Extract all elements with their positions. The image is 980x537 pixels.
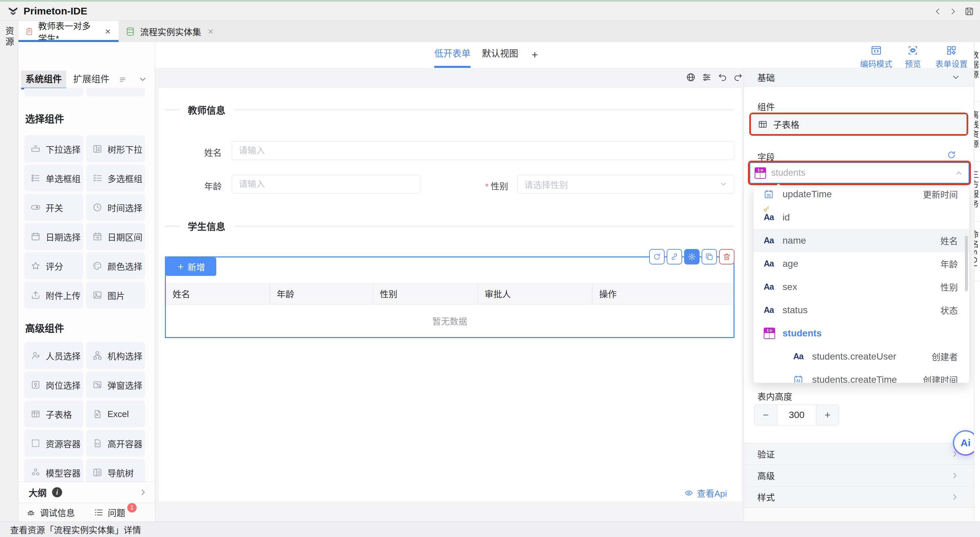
- field-option-status[interactable]: Aa status 状态: [754, 298, 969, 322]
- field-option-id[interactable]: Aa id: [754, 206, 969, 229]
- palette-item-tree-select[interactable]: 树形下拉: [86, 135, 145, 162]
- palette-item-excel[interactable]: Excel: [86, 401, 145, 427]
- form-settings-button[interactable]: 表单设置: [930, 45, 973, 69]
- palette-item-procode-container[interactable]: 高开容器: [86, 430, 145, 457]
- stepper-minus-button[interactable]: −: [755, 405, 777, 425]
- palette-item-resource-container[interactable]: 资源容器: [24, 430, 83, 457]
- field-option-sex[interactable]: Aa sex 性别: [754, 275, 969, 298]
- palette-item-attachment-upload[interactable]: 附件上传: [24, 282, 83, 309]
- history-back-button[interactable]: [933, 7, 942, 16]
- file-tab-teacher-form[interactable]: 教师表一对多学生* ×: [19, 21, 119, 42]
- dock-tab-offline-resource[interactable]: 离线资源: [974, 102, 980, 162]
- dropdown-scrollbar[interactable]: [965, 236, 968, 292]
- refresh-fields-icon[interactable]: [947, 150, 956, 160]
- outline-row[interactable]: 大纲 i: [19, 481, 155, 503]
- palette-item-subtable[interactable]: 子表格: [24, 401, 83, 427]
- nav-tree-icon: [92, 467, 102, 478]
- palette-item-color-picker[interactable]: 颜色选择: [86, 252, 145, 279]
- field-option-name[interactable]: Aa name 姓名: [754, 229, 969, 252]
- debug-info-button[interactable]: 调试信息: [26, 506, 75, 518]
- palette-item-rating[interactable]: 评分: [24, 252, 83, 279]
- resource-rail[interactable]: 资源: [0, 21, 19, 521]
- palette-item-time-picker[interactable]: 时间选择: [86, 194, 145, 221]
- field-select[interactable]: students: [749, 162, 969, 183]
- view-api-link[interactable]: 查看Api: [684, 487, 727, 499]
- problems-button[interactable]: 问题 1: [94, 506, 139, 518]
- subtable-icon: [30, 409, 41, 419]
- model-container-icon: [30, 467, 41, 478]
- subtable-bind-button[interactable]: [667, 249, 682, 265]
- field-option-updateTime[interactable]: updateTime 更新时间: [754, 187, 969, 206]
- history-forward-button[interactable]: [948, 7, 958, 16]
- view-tab-lowcode-form[interactable]: 低开表单: [434, 42, 471, 68]
- palette-item-checkbox-group[interactable]: 多选框组: [86, 165, 145, 191]
- component-value-field[interactable]: 子表格: [751, 114, 967, 134]
- palette-item-number-range[interactable]: 数字区间: [24, 88, 83, 96]
- redo-icon[interactable]: [733, 72, 743, 82]
- subtable-component-selected[interactable]: 新增 姓名 年龄 性别 审批人 操作 暂无数据: [165, 257, 735, 338]
- dock-tab-datasource[interactable]: 数据源: [974, 42, 980, 102]
- field-option-students-createTime[interactable]: students.createTime 创建时间: [754, 368, 969, 383]
- age-input[interactable]: [232, 175, 420, 194]
- palette-item-radio-group[interactable]: 单选框组: [24, 165, 83, 191]
- palette-item-position-select[interactable]: 岗位选择: [24, 371, 83, 398]
- palette-item-dropdown-select[interactable]: 下拉选择: [24, 135, 83, 162]
- text-field-icon: Aa: [793, 352, 803, 361]
- chevron-right-icon[interactable]: [139, 488, 148, 497]
- save-button[interactable]: [964, 6, 975, 17]
- file-tab-label: 流程实例实体集: [140, 25, 201, 38]
- text-field-icon: Aa: [764, 282, 774, 292]
- field-option-age[interactable]: Aa age 年龄: [754, 252, 969, 275]
- inspector-section-style[interactable]: 样式: [744, 486, 974, 507]
- form-settings-icon: [946, 45, 957, 56]
- palette-item-date-picker[interactable]: 日期选择: [24, 223, 83, 250]
- add-row-button[interactable]: 新增: [165, 257, 216, 276]
- subtable-sync-button[interactable]: [649, 249, 665, 265]
- resource-rail-label: 资源: [3, 26, 16, 48]
- sex-select[interactable]: 请选择性别: [517, 175, 734, 194]
- sex-select-placeholder: 请选择性别: [524, 178, 568, 191]
- i18n-globe-icon[interactable]: [686, 72, 696, 82]
- app-title: Primeton-IDE: [24, 5, 88, 17]
- view-tab-default-view[interactable]: 默认视图: [482, 42, 518, 68]
- tab-extension-components[interactable]: 扩展组件: [69, 70, 114, 88]
- palette-collapse-icon[interactable]: [138, 75, 148, 84]
- subtable-settings-button[interactable]: [684, 249, 700, 265]
- relation-1n-icon: [764, 328, 775, 339]
- palette-menu-icon[interactable]: [119, 75, 127, 83]
- palette-item-nav-tree[interactable]: 导航树: [86, 459, 145, 481]
- dock-tab-named-sql[interactable]: 命名SQL: [974, 221, 980, 281]
- palette-footer: 调试信息 问题 1: [19, 503, 155, 521]
- palette-item-date-range[interactable]: 日期区间: [86, 223, 145, 250]
- palette-item-model-container[interactable]: 模型容器: [24, 459, 83, 481]
- subtable-delete-button[interactable]: [719, 249, 735, 265]
- close-tab-icon[interactable]: ×: [207, 26, 215, 37]
- palette-item-editor[interactable]: 编辑器: [86, 88, 145, 96]
- close-tab-icon[interactable]: ×: [104, 26, 112, 37]
- status-bar: 查看资源「流程实例实体集」详情: [0, 521, 980, 537]
- preview-button[interactable]: 预览: [902, 45, 924, 69]
- palette-item-org-select[interactable]: 机构选择: [86, 342, 145, 369]
- code-mode-button[interactable]: 编码模式: [854, 45, 898, 69]
- palette-item-person-select[interactable]: 人员选择: [24, 342, 83, 369]
- file-tab-entity-set[interactable]: 流程实例实体集 ×: [119, 21, 222, 42]
- dock-tab-third-party-service[interactable]: 三方服务: [974, 162, 980, 221]
- add-view-button[interactable]: +: [531, 43, 538, 67]
- name-input[interactable]: [232, 141, 734, 160]
- inspector-section-advanced[interactable]: 高级: [744, 464, 974, 486]
- palette-item-image[interactable]: 图片: [86, 282, 145, 309]
- table-height-value[interactable]: 300: [777, 405, 816, 425]
- field-option-students-createUser[interactable]: Aa students.createUser 创建者: [754, 345, 969, 368]
- field-config-icon[interactable]: [702, 72, 712, 82]
- inspector-section-validation[interactable]: 验证: [744, 443, 974, 464]
- debug-icon: [26, 507, 36, 518]
- stepper-plus-button[interactable]: +: [816, 405, 838, 425]
- palette-item-switch[interactable]: 开关: [24, 194, 83, 221]
- info-icon: i: [52, 487, 62, 497]
- undo-icon[interactable]: [718, 72, 727, 82]
- field-option-students[interactable]: students: [754, 322, 969, 345]
- inspector-section-basic[interactable]: 基础: [744, 68, 974, 87]
- palette-item-popup-select[interactable]: 弹窗选择: [86, 371, 145, 398]
- subtable-copy-button[interactable]: [702, 249, 717, 265]
- tab-system-components[interactable]: 系统组件: [21, 70, 66, 88]
